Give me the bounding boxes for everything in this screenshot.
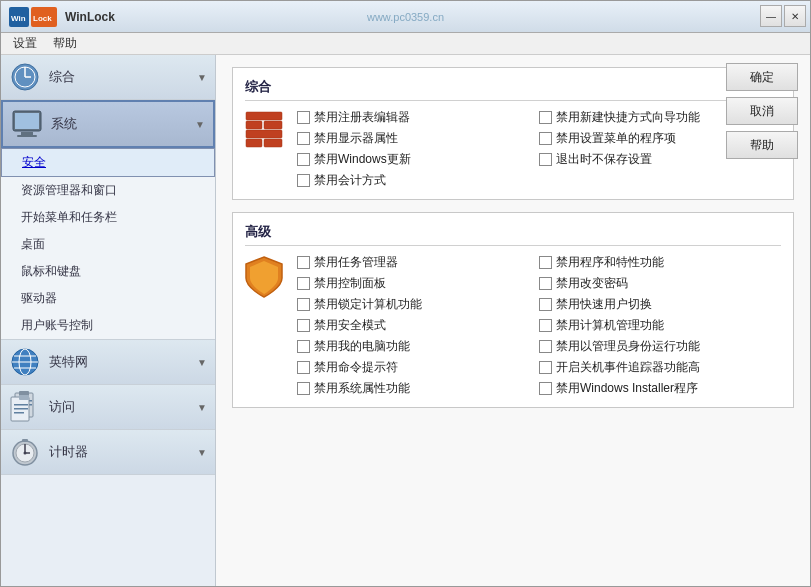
svg-rect-11 bbox=[17, 135, 37, 137]
chk-no-save-exit[interactable] bbox=[539, 153, 552, 166]
chk-disable-fastswitch[interactable] bbox=[539, 298, 552, 311]
system-items: 安全 资源管理器和窗口 开始菜单和任务栏 桌面 鼠标和键盘 驱动器 用户账号控制 bbox=[1, 148, 215, 339]
svg-rect-9 bbox=[15, 113, 39, 129]
internet-arrow: ▼ bbox=[197, 357, 207, 368]
general-label: 综合 bbox=[49, 68, 197, 86]
confirm-button[interactable]: 确定 bbox=[726, 63, 798, 91]
chk-disable-sysprop[interactable] bbox=[297, 382, 310, 395]
sidebar-group-header-system[interactable]: 系统 ▼ bbox=[1, 100, 215, 148]
chk-disable-taskmgr[interactable] bbox=[297, 256, 310, 269]
svg-rect-33 bbox=[246, 112, 282, 120]
sidebar-group-system: 系统 ▼ 安全 资源管理器和窗口 开始菜单和任务栏 桌面 鼠标和键盘 驱动器 用… bbox=[1, 100, 215, 340]
svg-rect-24 bbox=[14, 404, 28, 406]
opt-disable-accounting: 禁用会计方式 bbox=[297, 172, 539, 189]
system-arrow: ▼ bbox=[195, 119, 205, 130]
sidebar-group-access: 访问 ▼ bbox=[1, 385, 215, 430]
chk-disable-registry[interactable] bbox=[297, 111, 310, 124]
svg-rect-23 bbox=[19, 395, 29, 400]
svg-rect-38 bbox=[264, 139, 282, 147]
chk-disable-shortcut[interactable] bbox=[539, 111, 552, 124]
chk-disable-changepwd[interactable] bbox=[539, 277, 552, 290]
opt-disable-lockpc: 禁用锁定计算机功能 bbox=[297, 296, 539, 313]
opt-disable-changepwd: 禁用改变密码 bbox=[539, 275, 781, 292]
window-controls: — ✕ bbox=[760, 5, 806, 27]
chk-disable-installer[interactable] bbox=[539, 382, 552, 395]
svg-rect-26 bbox=[14, 412, 24, 414]
svg-rect-34 bbox=[246, 121, 262, 129]
sidebar-group-timer: 计时器 ▼ bbox=[1, 430, 215, 475]
chk-disable-setmenu[interactable] bbox=[539, 132, 552, 145]
watermark: www.pc0359.cn bbox=[367, 11, 444, 23]
general-col1: 禁用注册表编辑器 禁用显示器属性 禁用Windows更新 bbox=[297, 109, 539, 189]
chk-disable-safemode[interactable] bbox=[297, 319, 310, 332]
main-panel: 综合 bbox=[216, 55, 810, 586]
menu-help[interactable]: 帮助 bbox=[45, 33, 85, 54]
sidebar-item-security[interactable]: 安全 bbox=[1, 148, 215, 177]
sidebar-item-driver[interactable]: 驱动器 bbox=[1, 285, 215, 312]
section-advanced-content: 禁用任务管理器 禁用控制面板 禁用锁定计算机功能 bbox=[245, 254, 781, 397]
chk-disable-cmd[interactable] bbox=[297, 361, 310, 374]
action-buttons: 确定 取消 帮助 bbox=[726, 63, 798, 159]
opt-disable-runas: 禁用以管理员身份运行功能 bbox=[539, 338, 781, 355]
chk-disable-programs[interactable] bbox=[539, 256, 552, 269]
brick-icon bbox=[245, 109, 285, 149]
minimize-button[interactable]: — bbox=[760, 5, 782, 27]
chk-disable-lockpc[interactable] bbox=[297, 298, 310, 311]
shield-icon bbox=[245, 254, 285, 294]
sidebar-item-mouse[interactable]: 鼠标和键盘 bbox=[1, 258, 215, 285]
timer-label: 计时器 bbox=[49, 443, 197, 461]
sidebar-item-desktop[interactable]: 桌面 bbox=[1, 231, 215, 258]
section-general-content: 禁用注册表编辑器 禁用显示器属性 禁用Windows更新 bbox=[245, 109, 781, 189]
internet-icon bbox=[9, 346, 41, 378]
sidebar-group-general: 综合 ▼ bbox=[1, 55, 215, 100]
chk-disable-controlpanel[interactable] bbox=[297, 277, 310, 290]
section-advanced-title: 高级 bbox=[245, 223, 781, 246]
sidebar-group-header-internet[interactable]: 英特网 ▼ bbox=[1, 340, 215, 384]
section-general-title: 综合 bbox=[245, 78, 781, 101]
general-options: 禁用注册表编辑器 禁用显示器属性 禁用Windows更新 bbox=[297, 109, 781, 189]
opt-disable-cmd: 禁用命令提示符 bbox=[297, 359, 539, 376]
opt-disable-computermgmt: 禁用计算机管理功能 bbox=[539, 317, 781, 334]
sidebar-item-startmenu[interactable]: 开始菜单和任务栏 bbox=[1, 204, 215, 231]
menu-settings[interactable]: 设置 bbox=[5, 33, 45, 54]
opt-disable-safemode: 禁用安全模式 bbox=[297, 317, 539, 334]
chk-disable-runas[interactable] bbox=[539, 340, 552, 353]
opt-disable-mypc: 禁用我的电脑功能 bbox=[297, 338, 539, 355]
access-label: 访问 bbox=[49, 398, 197, 416]
sidebar-item-resource[interactable]: 资源管理器和窗口 bbox=[1, 177, 215, 204]
cancel-button[interactable]: 取消 bbox=[726, 97, 798, 125]
sidebar: 综合 ▼ 系统 ▼ bbox=[1, 55, 216, 586]
chk-disable-computermgmt[interactable] bbox=[539, 319, 552, 332]
advanced-col2: 禁用程序和特性功能 禁用改变密码 禁用快速用户切换 bbox=[539, 254, 781, 397]
chk-disable-winupdate[interactable] bbox=[297, 153, 310, 166]
svg-rect-32 bbox=[22, 439, 28, 442]
internet-label: 英特网 bbox=[49, 353, 197, 371]
chk-disable-mypc[interactable] bbox=[297, 340, 310, 353]
system-icon bbox=[11, 108, 43, 140]
opt-disable-fastswitch: 禁用快速用户切换 bbox=[539, 296, 781, 313]
sidebar-group-header-general[interactable]: 综合 ▼ bbox=[1, 55, 215, 99]
sidebar-group-header-timer[interactable]: 计时器 ▼ bbox=[1, 430, 215, 474]
opt-disable-sysprop: 禁用系统属性功能 bbox=[297, 380, 539, 397]
opt-disable-taskmgr: 禁用任务管理器 bbox=[297, 254, 539, 271]
close-button[interactable]: ✕ bbox=[784, 5, 806, 27]
svg-rect-37 bbox=[246, 139, 262, 147]
opt-disable-display: 禁用显示器属性 bbox=[297, 130, 539, 147]
timer-icon bbox=[9, 436, 41, 468]
access-icon bbox=[9, 391, 41, 423]
sidebar-item-useraccount[interactable]: 用户账号控制 bbox=[1, 312, 215, 339]
opt-disable-controlpanel: 禁用控制面板 bbox=[297, 275, 539, 292]
help-button[interactable]: 帮助 bbox=[726, 131, 798, 159]
chk-disable-display[interactable] bbox=[297, 132, 310, 145]
main-window: Win Lock WinLock www.pc0359.cn — ✕ 设置 帮助 bbox=[0, 0, 811, 587]
timer-arrow: ▼ bbox=[197, 447, 207, 458]
title-text: WinLock bbox=[65, 10, 115, 24]
opt-disable-installer: 禁用Windows Installer程序 bbox=[539, 380, 781, 397]
svg-point-31 bbox=[24, 452, 27, 455]
opt-disable-programs: 禁用程序和特性功能 bbox=[539, 254, 781, 271]
general-icon bbox=[9, 61, 41, 93]
chk-enable-tracker[interactable] bbox=[539, 361, 552, 374]
chk-disable-accounting[interactable] bbox=[297, 174, 310, 187]
sidebar-group-header-access[interactable]: 访问 ▼ bbox=[1, 385, 215, 429]
svg-rect-10 bbox=[21, 132, 33, 135]
